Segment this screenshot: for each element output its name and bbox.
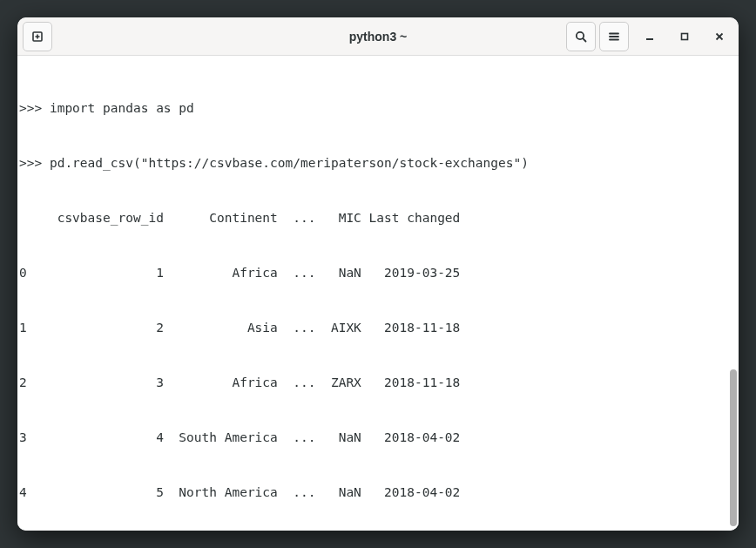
- menu-button[interactable]: [599, 22, 629, 51]
- new-tab-icon: [30, 30, 44, 44]
- terminal-line: 4 5 North America ... NaN 2018-04-02: [19, 484, 737, 502]
- terminal-window: python3 ~: [17, 17, 739, 531]
- svg-rect-9: [682, 33, 688, 39]
- terminal-line: 3 4 South America ... NaN 2018-04-02: [19, 429, 737, 447]
- terminal-line: >>> import pandas as pd: [19, 99, 737, 118]
- new-tab-button[interactable]: [23, 22, 52, 51]
- terminal-area[interactable]: >>> import pandas as pd >>> pd.read_csv(…: [17, 56, 739, 531]
- search-button[interactable]: [566, 22, 596, 51]
- minimize-button[interactable]: [636, 23, 664, 51]
- maximize-icon: [679, 31, 690, 42]
- svg-line-4: [583, 38, 585, 41]
- terminal-line: 2 3 Africa ... ZARX 2018-11-18: [19, 374, 737, 392]
- minimize-icon: [645, 31, 655, 42]
- titlebar: python3 ~: [17, 17, 739, 56]
- terminal-line: >>> pd.read_csv("https://csvbase.com/mer…: [19, 154, 737, 173]
- hamburger-icon: [607, 30, 621, 44]
- search-icon: [574, 30, 588, 44]
- terminal-line: 1 2 Asia ... AIXK 2018-11-18: [19, 319, 737, 337]
- close-icon: [714, 31, 725, 42]
- terminal-line: 0 1 Africa ... NaN 2019-03-25: [19, 264, 737, 282]
- maximize-button[interactable]: [671, 23, 699, 51]
- close-button[interactable]: [705, 23, 733, 51]
- terminal-line: csvbase_row_id Continent ... MIC Last ch…: [19, 209, 737, 227]
- scrollbar-thumb[interactable]: [730, 369, 737, 526]
